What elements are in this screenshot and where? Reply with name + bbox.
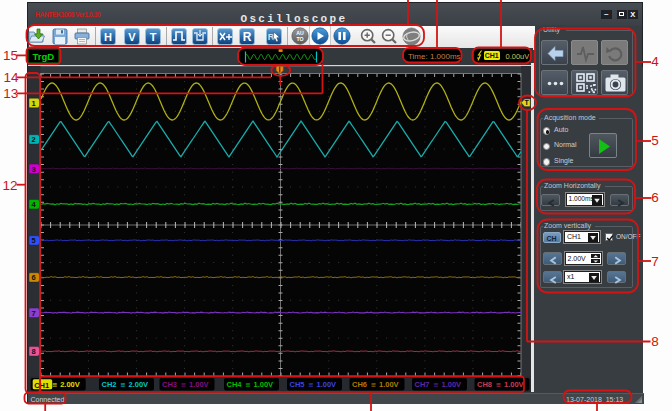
svg-text:15: 15 <box>3 48 18 63</box>
svg-text:4: 4 <box>651 54 659 69</box>
svg-text:13: 13 <box>3 86 18 101</box>
svg-text:8: 8 <box>651 334 659 349</box>
svg-text:7: 7 <box>651 254 659 269</box>
svg-text:12: 12 <box>2 178 17 193</box>
svg-text:14: 14 <box>3 70 19 85</box>
svg-text:6: 6 <box>651 190 659 205</box>
svg-text:5: 5 <box>651 133 659 148</box>
